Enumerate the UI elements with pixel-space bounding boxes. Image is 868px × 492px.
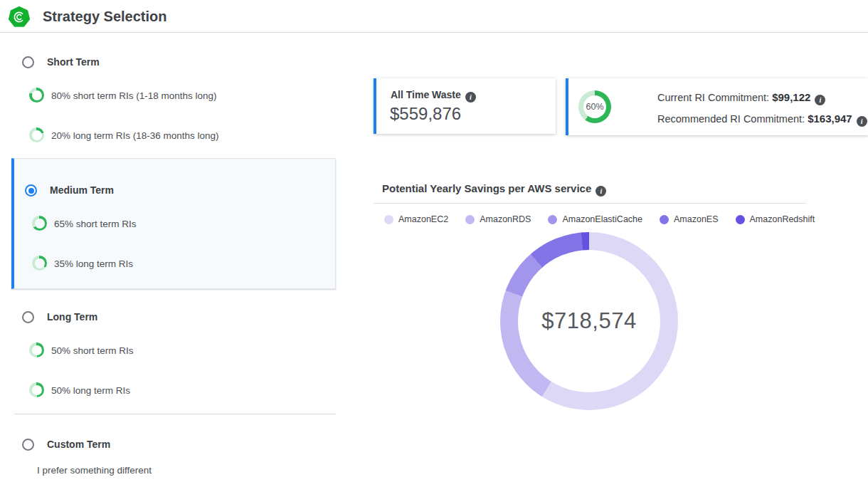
commitment-gauge: 60%: [578, 90, 611, 123]
waste-card-value: $559,876: [390, 104, 461, 124]
legend-dot: [736, 215, 745, 224]
legend-dot: [384, 215, 393, 224]
legend-dot: [465, 215, 475, 224]
legend-label: AmazonRedshift: [750, 214, 815, 224]
waste-card-label: All Time Waste: [391, 89, 461, 100]
legend-item-amazones[interactable]: AmazonES: [660, 214, 719, 224]
legend-item-amazonrds[interactable]: AmazonRDS: [465, 214, 531, 224]
allocation-label: 50% long term RIs: [51, 385, 130, 396]
allocation-label: 50% short term RIs: [51, 345, 134, 356]
recommended-commitment-value: $163,947: [808, 112, 852, 125]
info-icon[interactable]: i: [815, 95, 825, 105]
custom-term-description: I prefer something different: [37, 465, 152, 476]
strategy-card-medium-term[interactable]: Medium Term 65% short term RIs 35% long …: [11, 158, 336, 289]
chart-title: Potential Yearly Savings per AWS service…: [382, 182, 606, 197]
legend-item-amazonelasticache[interactable]: AmazonElastiCache: [548, 214, 642, 224]
chart-legend: AmazonEC2 AmazonRDS AmazonElastiCache Am…: [384, 214, 815, 224]
chart-title-text: Potential Yearly Savings per AWS service: [382, 182, 591, 194]
allocation-ring-35pct: [32, 256, 47, 271]
info-icon[interactable]: i: [857, 116, 867, 127]
strategy-label-custom-term[interactable]: Custom Term: [47, 439, 110, 450]
legend-item-amazonec2[interactable]: AmazonEC2: [384, 214, 448, 224]
current-commitment-line: Current RI Commitment: $99,122i: [657, 91, 825, 105]
allocation-ring-65pct: [32, 216, 47, 231]
info-icon[interactable]: i: [465, 92, 476, 103]
waste-card-title: All Time Wastei: [391, 89, 476, 103]
recommended-commitment-line: Recommended RI Commitment: $163,947i: [657, 112, 867, 127]
cloudcheckr-logo-icon: [9, 6, 30, 28]
chart-divider: [374, 203, 806, 204]
allocation-label: 80% short term RIs (1-18 months long): [51, 90, 217, 101]
allocation-label: 65% short term RIs: [54, 219, 137, 229]
donut-center-total: $718,574: [541, 308, 636, 334]
allocation-ring-50pct-long: [29, 382, 44, 397]
allocation-ring-20pct: [29, 127, 44, 142]
strategy-label-medium-term[interactable]: Medium Term: [50, 184, 114, 196]
section-divider: [14, 414, 336, 414]
allocation-label: 35% long term RIs: [54, 258, 133, 269]
page-title: Strategy Selection: [43, 9, 167, 25]
radio-medium-term[interactable]: [25, 184, 37, 197]
allocation-ring-50pct-short: [29, 342, 44, 357]
strategy-label-short-term[interactable]: Short Term: [47, 56, 100, 68]
radio-custom-term[interactable]: [22, 439, 34, 451]
gauge-percent-label: 60%: [578, 90, 611, 123]
legend-label: AmazonRDS: [480, 214, 531, 224]
allocation-label: 20% long term RIs (18-36 months long): [51, 130, 219, 141]
radio-long-term[interactable]: [22, 311, 34, 323]
all-time-waste-card: All Time Wastei $559,876: [374, 78, 556, 134]
savings-donut-chart[interactable]: $718,574: [500, 232, 678, 410]
info-icon[interactable]: i: [596, 186, 606, 197]
recommended-commitment-label: Recommended RI Commitment:: [657, 113, 805, 125]
legend-item-amazonredshift[interactable]: AmazonRedshift: [736, 214, 815, 224]
allocation-ring-80pct: [29, 88, 44, 103]
legend-label: AmazonES: [674, 214, 719, 224]
radio-short-term[interactable]: [22, 56, 34, 68]
current-commitment-value: $99,122: [772, 91, 810, 103]
donut-hole: $718,574: [518, 250, 660, 392]
legend-dot: [548, 215, 557, 224]
legend-label: AmazonEC2: [398, 214, 448, 224]
ri-commitment-card: 60% Current RI Commitment: $99,122i Reco…: [566, 78, 868, 135]
legend-label: AmazonElastiCache: [562, 214, 642, 224]
strategy-label-long-term[interactable]: Long Term: [47, 311, 97, 323]
current-commitment-label: Current RI Commitment:: [657, 92, 769, 103]
legend-dot: [660, 215, 669, 224]
header-bar: Strategy Selection: [0, 0, 868, 33]
